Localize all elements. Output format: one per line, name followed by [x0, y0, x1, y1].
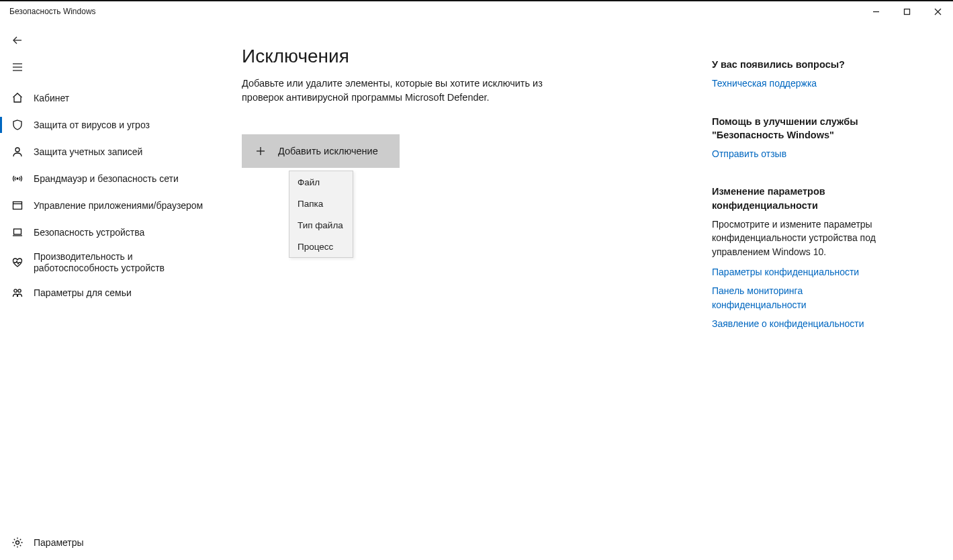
add-exclusion-button[interactable]: Добавить исключение: [242, 134, 400, 168]
back-button[interactable]: [4, 27, 31, 54]
minimize-icon: [872, 8, 880, 15]
privacy-settings-link[interactable]: Параметры конфиденциальности: [712, 265, 891, 279]
send-feedback-link[interactable]: Отправить отзыв: [712, 147, 891, 160]
sidebar-item-label: Управление приложениями/браузером: [34, 200, 203, 212]
feedback-section: Помощь в улучшении службы "Безопасность …: [712, 115, 891, 161]
home-icon: [11, 91, 24, 105]
add-exclusion-dropdown: Файл Папка Тип файла Процесс: [289, 171, 353, 258]
laptop-icon: [11, 226, 24, 239]
svg-point-15: [18, 289, 21, 292]
maximize-icon: [903, 8, 911, 15]
sidebar-item-device[interactable]: Безопасность устройства: [0, 219, 215, 246]
titlebar[interactable]: Безопасность Windows: [0, 1, 953, 21]
signal-icon: [11, 172, 24, 185]
feedback-heading: Помощь в улучшении службы "Безопасность …: [712, 115, 891, 142]
sidebar-item-label: Параметры: [34, 537, 84, 549]
close-icon: [934, 8, 942, 15]
privacy-statement-link[interactable]: Заявление о конфиденциальности: [712, 317, 891, 330]
privacy-dashboard-link[interactable]: Панель мониторинга конфиденциальности: [712, 284, 891, 312]
dropdown-item-folder[interactable]: Папка: [289, 193, 353, 214]
hamburger-icon: [11, 61, 24, 73]
sidebar-item-virus[interactable]: Защита от вирусов и угроз: [0, 111, 215, 138]
help-section: У вас появились вопросы? Техническая под…: [712, 58, 891, 91]
right-column: У вас появились вопросы? Техническая под…: [712, 40, 907, 560]
sidebar-item-family[interactable]: Параметры для семьи: [0, 279, 215, 306]
main-content: Исключения Добавьте или удалите элементы…: [242, 40, 712, 560]
sidebar-item-label: Брандмауэр и безопасность сети: [34, 173, 179, 185]
minimize-button[interactable]: [860, 1, 891, 21]
sidebar-item-settings[interactable]: Параметры: [0, 529, 215, 556]
dropdown-item-file[interactable]: Файл: [289, 171, 353, 193]
svg-rect-12: [14, 229, 21, 234]
help-heading: У вас появились вопросы?: [712, 58, 891, 71]
sidebar-item-label: Безопасность устройства: [34, 227, 144, 238]
page-title: Исключения: [242, 46, 712, 67]
privacy-heading: Изменение параметров конфиденциальности: [712, 185, 891, 212]
privacy-text: Просмотрите и измените параметры конфиде…: [712, 218, 891, 259]
maximize-button[interactable]: [891, 1, 922, 21]
sidebar-item-account[interactable]: Защита учетных записей: [0, 138, 215, 165]
svg-point-16: [16, 541, 19, 545]
sidebar-item-appbrowser[interactable]: Управление приложениями/браузером: [0, 192, 215, 219]
svg-point-14: [14, 289, 17, 292]
svg-rect-10: [13, 202, 22, 209]
support-link[interactable]: Техническая поддержка: [712, 77, 891, 90]
family-icon: [11, 286, 24, 299]
window-title: Безопасность Windows: [9, 7, 96, 16]
dropdown-item-filetype[interactable]: Тип файла: [289, 214, 353, 236]
sidebar-item-label: Производительность и работоспособность у…: [34, 251, 215, 274]
person-icon: [11, 145, 24, 158]
sidebar-item-firewall[interactable]: Брандмауэр и безопасность сети: [0, 165, 215, 192]
sidebar-item-home[interactable]: Кабинет: [0, 85, 215, 111]
sidebar-item-label: Защита от вирусов и угроз: [34, 120, 150, 131]
svg-point-8: [15, 148, 19, 152]
sidebar-item-label: Кабинет: [34, 93, 69, 104]
svg-point-9: [17, 178, 18, 179]
arrow-left-icon: [11, 34, 24, 46]
privacy-section: Изменение параметров конфиденциальности …: [712, 185, 891, 330]
heart-icon: [11, 256, 24, 269]
menu-button[interactable]: [4, 54, 31, 81]
sidebar-item-performance[interactable]: Производительность и работоспособность у…: [0, 246, 215, 279]
add-exclusion-label: Добавить исключение: [278, 146, 378, 156]
close-button[interactable]: [922, 1, 953, 21]
svg-rect-1: [904, 9, 909, 14]
page-description: Добавьте или удалите элементы, которые в…: [242, 77, 551, 105]
app-window-icon: [11, 199, 24, 212]
gear-icon: [11, 536, 24, 549]
shield-icon: [11, 118, 24, 132]
sidebar-item-label: Защита учетных записей: [34, 146, 142, 158]
dropdown-item-process[interactable]: Процесс: [289, 236, 353, 257]
sidebar: Кабинет Защита от вирусов и угроз Защита…: [0, 21, 215, 560]
plus-icon: [255, 146, 266, 156]
sidebar-item-label: Параметры для семьи: [34, 287, 132, 299]
